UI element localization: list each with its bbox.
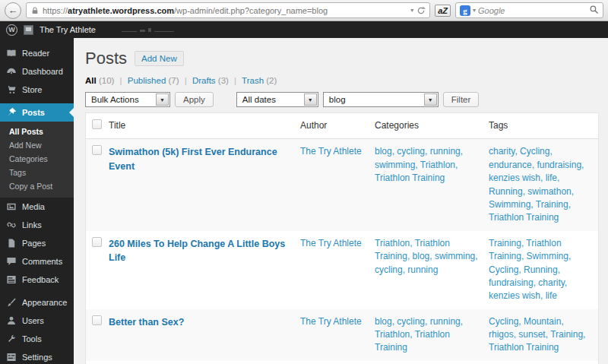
column-header-title: Title (109, 113, 300, 138)
submenu-copy-a-post[interactable]: Copy a Post (0, 179, 74, 193)
browser-toolbar: ← https://atryathlete.wordpress.com/wp-a… (0, 0, 608, 21)
lock-icon (30, 6, 40, 15)
select-all-checkbox[interactable] (92, 119, 102, 129)
view-published-link[interactable]: Published (128, 76, 166, 85)
column-header-tags: Tags (489, 113, 598, 138)
submenu-add-new[interactable]: Add New (0, 138, 74, 152)
filter-button[interactable]: Filter (443, 92, 480, 107)
chain-link-icon (6, 220, 17, 230)
media-icon (6, 201, 17, 212)
sidebar-item-reader[interactable]: Reader (0, 44, 74, 62)
reload-icon[interactable] (416, 6, 426, 15)
post-tags-links[interactable]: charity, Cycling, endurance, fundraising… (489, 146, 584, 223)
dates-filter-select[interactable]: All dates ▼ (236, 92, 318, 107)
wp-admin-bar: W The Try Athlete (0, 21, 608, 38)
sidebar-item-dashboard[interactable]: Dashboard (0, 62, 74, 81)
table-row: 260 Miles To Help Change A Little Boys L… (86, 231, 598, 309)
feedback-form-icon (6, 274, 17, 285)
magnifier-icon[interactable] (589, 4, 599, 17)
post-author-link[interactable]: The Try Athlete (300, 238, 362, 248)
reader-icon (6, 48, 17, 59)
post-author-link[interactable]: The Try Athlete (300, 146, 362, 157)
row-checkbox[interactable] (92, 145, 102, 155)
sidebar-item-settings[interactable]: Settings (0, 348, 74, 364)
page-icon (6, 238, 17, 248)
sidebar-item-users[interactable]: Users (0, 312, 74, 330)
posts-table: Title Author Categories Tags Swimathon (… (85, 112, 599, 364)
google-favicon[interactable]: g (460, 5, 470, 16)
view-drafts-link[interactable]: Drafts (192, 76, 216, 85)
post-author-link[interactable]: The Try Athlete (300, 316, 362, 327)
apply-button[interactable]: Apply (175, 92, 214, 107)
sidebar-item-appearance[interactable]: Appearance (0, 293, 74, 312)
select-arrow-icon: ▼ (304, 93, 317, 106)
address-bar[interactable]: https://atryathlete.wordpress.com/wp-adm… (26, 2, 430, 18)
bulk-actions-select[interactable]: Bulk Actions ▼ (85, 92, 170, 107)
column-header-categories: Categories (375, 113, 489, 138)
post-tags-links[interactable]: Cycling, Mountain, rhigos, sunset, Train… (489, 316, 585, 353)
row-checkbox[interactable] (92, 237, 102, 247)
paintbrush-icon (6, 297, 17, 308)
url-text: https://atryathlete.wordpress.com/wp-adm… (43, 6, 407, 15)
sidebar-item-media[interactable]: Media (0, 198, 74, 216)
submenu-all-posts[interactable]: All Posts (0, 125, 74, 138)
post-title-link[interactable]: Swimathon (5k) First Ever Endurance Even… (109, 147, 277, 171)
back-button[interactable]: ← (5, 2, 21, 19)
add-new-button[interactable]: Add New (135, 51, 184, 66)
sidebar-item-store[interactable]: Store (0, 81, 74, 99)
speech-bubble-icon (6, 256, 17, 267)
table-row: <strong>Tom Tom Multi Sports Watch Revie… (86, 361, 598, 364)
post-categories-links[interactable]: blog, cycling, running, Triathlon, Triat… (375, 316, 463, 353)
sidebar-item-feedback[interactable]: Feedback (0, 271, 74, 289)
select-arrow-icon: ▼ (424, 93, 437, 106)
sidebar-item-links[interactable]: Links (0, 216, 74, 234)
search-box: g ▾ (455, 2, 603, 18)
view-trash-link[interactable]: Trash (242, 76, 264, 85)
adminbar-faint-items (122, 28, 174, 32)
posts-submenu: All Posts Add New Categories Tags Copy a… (0, 122, 74, 198)
post-categories-links[interactable]: Triathlon, Triathlon Training, blog, swi… (375, 238, 478, 275)
column-header-author: Author (300, 113, 375, 138)
store-icon (6, 84, 17, 95)
wrench-icon (6, 334, 17, 344)
sidebar-item-pages[interactable]: Pages (0, 234, 74, 252)
search-engine-dropdown-icon[interactable]: ▾ (473, 7, 476, 14)
post-title-link[interactable]: 260 Miles To Help Change A Little Boys L… (109, 239, 285, 263)
page-title: Posts (85, 49, 127, 68)
sidebar-item-posts[interactable]: Posts (0, 103, 74, 122)
post-status-views: All (10) | Published (7) | Drafts (3) | … (85, 76, 599, 85)
posts-page: Posts Add New All (10) | Published (7) |… (74, 38, 608, 364)
az-extension-icon[interactable]: aZ (435, 5, 451, 17)
post-tags-links[interactable]: Training, Triathlon Training, Swimming, … (489, 238, 571, 302)
sidebar-item-comments[interactable]: Comments (0, 252, 74, 271)
site-icon (24, 25, 33, 35)
submenu-categories[interactable]: Categories (0, 152, 74, 166)
submenu-tags[interactable]: Tags (0, 166, 74, 179)
post-categories-links[interactable]: blog, cycling, running, swimming, Triath… (375, 146, 463, 183)
wordpress-logo-icon[interactable]: W (6, 24, 17, 36)
site-name-link[interactable]: The Try Athlete (40, 25, 96, 34)
admin-menu: Reader Dashboard Store Posts All Posts A… (0, 38, 74, 364)
url-dropdown-icon[interactable]: ▾ (410, 7, 413, 14)
active-menu-arrow (69, 108, 74, 117)
table-row: Swimathon (5k) First Ever Endurance Even… (86, 139, 598, 230)
view-all-link[interactable]: All (85, 76, 97, 85)
person-icon (6, 315, 17, 326)
select-arrow-icon: ▼ (156, 93, 169, 106)
tablenav-top: Bulk Actions ▼ Apply All dates ▼ blog ▼ … (85, 92, 599, 107)
row-checkbox[interactable] (92, 315, 102, 325)
post-title-link[interactable]: Better than Sex? (109, 317, 184, 328)
sidebar-item-tools[interactable]: Tools (0, 330, 74, 348)
settings-sliders-icon (6, 352, 17, 362)
search-input[interactable] (478, 6, 587, 15)
browser-window: ← https://atryathlete.wordpress.com/wp-a… (0, 0, 608, 364)
dashboard-icon (6, 66, 17, 77)
category-filter-select[interactable]: blog ▼ (323, 92, 439, 107)
table-row: Better than Sex? The Try Athlete blog, c… (86, 309, 598, 361)
table-header-row: Title Author Categories Tags (86, 113, 598, 139)
pushpin-icon (6, 107, 17, 118)
